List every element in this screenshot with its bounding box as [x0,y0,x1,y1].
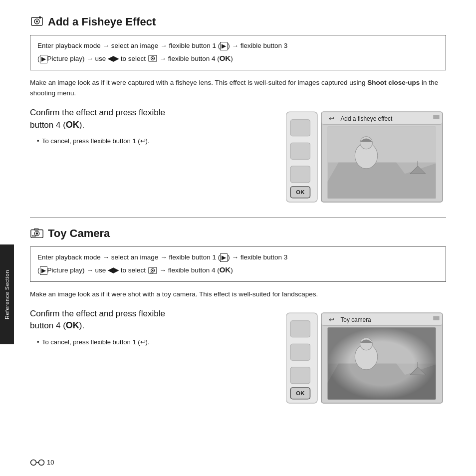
footer-icon [30,459,45,466]
svg-rect-20 [328,126,436,162]
svg-rect-8 [290,120,310,136]
play-icon-2: ▶ [220,253,228,262]
fisheye-instruction-box: Enter playback mode → select an image → … [30,35,446,70]
svg-rect-44 [433,316,439,320]
ok-badge-1: OK [220,54,231,62]
play-icon-1: ▶ [220,42,228,51]
svg-text:↩: ↩ [329,316,334,323]
fisheye-subsection-text: Confirm the effect and press flexiblebut… [30,107,276,147]
fisheye-cancel-note: To cancel, press flexible button 1 (↩). [37,136,276,147]
svg-rect-35 [290,320,310,337]
fisheye-camera-ui: OK ↩ Add a fisheye effect [286,107,446,206]
svg-rect-41 [321,313,443,325]
svg-text:TOY: TOY [32,236,37,238]
svg-text:↩: ↩ [329,115,334,122]
svg-text:Add a fisheye effect: Add a fisheye effect [340,115,393,122]
picture-play-icon-1: ▶ [40,55,47,64]
fisheye-subheading: Confirm the effect and press flexiblebut… [30,107,276,131]
toy-camera-cancel-note: To cancel, press flexible button 1 (↩). [37,337,276,348]
toy-camera-section-icon: TOY [30,227,44,240]
ok-badge-2: OK [220,265,231,274]
svg-rect-48 [328,327,436,400]
fisheye-description: Make an image look as if it were capture… [30,77,446,99]
toy-camera-instruction-box: Enter playback mode → select an image → … [30,246,446,282]
fisheye-subsection: Confirm the effect and press flexiblebut… [30,107,446,206]
svg-point-2 [36,20,38,22]
svg-rect-17 [433,115,439,119]
svg-rect-9 [290,143,310,159]
toy-camera-title: TOY Toy Camera [30,227,446,240]
fisheye-bullets: To cancel, press flexible button 1 (↩). [30,136,276,147]
svg-rect-28 [34,229,38,231]
toy-camera-description: Make an image look as if it were shot wi… [30,289,446,300]
svg-text:Toy camera: Toy camera [340,316,371,323]
svg-point-32 [152,269,153,271]
svg-rect-3 [39,16,41,18]
toy-camera-subsection: Confirm the effect and press flexiblebut… [30,308,446,407]
toy-camera-subheading: Confirm the effect and press flexiblebut… [30,308,276,332]
fisheye-section-icon [30,15,44,29]
picture-play-icon-2: ▶ [40,266,47,275]
svg-text:TOY: TOY [150,272,154,274]
svg-text:OK: OK [296,190,305,196]
section-divider [30,217,446,218]
svg-point-54 [39,460,44,465]
footer-page-number: 10 [47,459,54,466]
svg-rect-37 [290,367,310,383]
toy-camera-ui: OK ↩ Toy camera [286,308,446,407]
fisheye-section: Add a Fisheye Effect Enter playback mode… [30,15,446,206]
toy-camera-subsection-text: Confirm the effect and press flexiblebut… [30,308,276,348]
svg-rect-36 [290,344,310,360]
svg-rect-10 [290,166,310,183]
svg-text:OK: OK [296,390,305,396]
fisheye-title: Add a Fisheye Effect [30,15,446,29]
svg-point-6 [152,58,153,59]
toy-camera-bullets: To cancel, press flexible button 1 (↩). [30,337,276,348]
svg-point-27 [36,233,38,235]
return-icon-1: ↩ [140,137,146,145]
footer: 10 [30,459,54,466]
svg-point-53 [31,460,36,465]
return-icon-2: ↩ [140,338,146,346]
page-content: Add a Fisheye Effect Enter playback mode… [0,0,476,422]
toy-camera-section: TOY Toy Camera Enter playback mode → sel… [30,227,446,407]
